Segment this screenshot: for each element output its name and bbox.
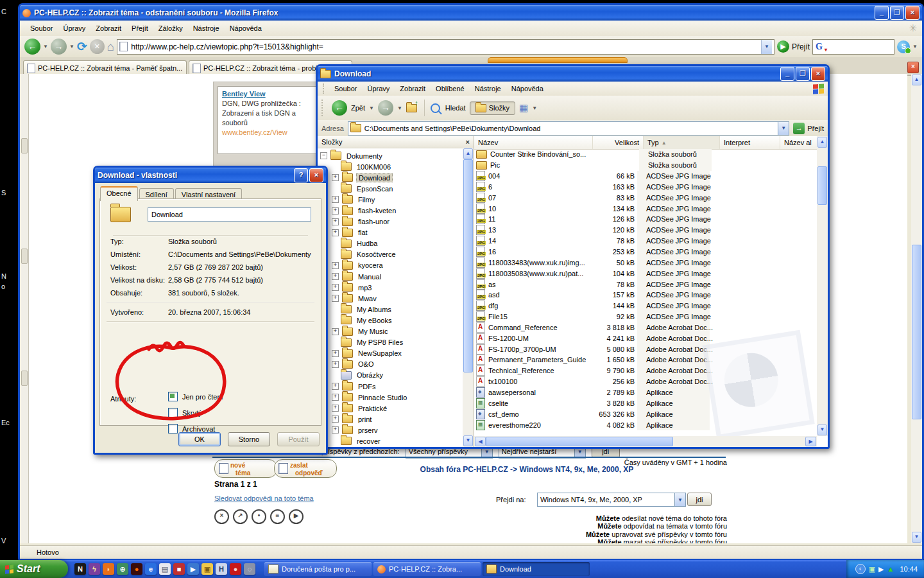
home-button[interactable]: ⌂ (107, 40, 114, 54)
tree-item[interactable]: +print (318, 414, 463, 425)
go-button[interactable]: ▶ Přejít (777, 40, 810, 53)
scroll-down-icon[interactable]: ▼ (817, 425, 827, 435)
checkbox[interactable] (168, 408, 178, 417)
scroll-down-icon[interactable]: ▼ (463, 435, 473, 446)
quicklaunch-globe-icon[interactable]: ⊕ (117, 563, 128, 575)
address-field[interactable]: C:\Documents and Settings\PeBe\Dokumenty… (348, 121, 789, 136)
expand-icon[interactable]: + (332, 426, 339, 434)
scroll-up-icon[interactable]: ▲ (463, 148, 473, 159)
tree-item[interactable]: −Dokumenty (318, 150, 463, 161)
scroll-thumb[interactable] (463, 159, 473, 372)
google-icon[interactable]: G (816, 42, 823, 52)
stop-button[interactable]: ✕ (90, 39, 105, 54)
toolbar-dropdown-icon[interactable]: ▼ (912, 44, 918, 49)
quicklaunch-messenger-icon[interactable]: ◌ (244, 563, 255, 575)
tree-item[interactable]: +kyocera (318, 260, 463, 271)
tree-item[interactable]: recover (318, 435, 463, 446)
expand-icon[interactable]: + (332, 383, 339, 390)
tree-item[interactable]: My eBooks (318, 315, 463, 326)
file-row[interactable]: 1180033483(www.xuk.ru)img...50 kBACDSee … (474, 257, 817, 268)
menu-item[interactable]: Záložky (153, 23, 188, 33)
expand-icon[interactable]: + (332, 262, 339, 269)
tree-item[interactable]: My PSP8 Files (318, 337, 463, 348)
explorer-titlebar[interactable]: Download _ ❐ × (318, 66, 828, 82)
menu-item[interactable]: Úpravy (58, 23, 90, 33)
menu-item[interactable]: Úpravy (362, 83, 395, 94)
file-row[interactable]: PicSložka souborů (474, 160, 817, 171)
menu-item[interactable]: Nápověda (225, 23, 267, 33)
help-button[interactable]: ? (294, 168, 308, 182)
file-row[interactable]: 6163 kBACDSee JPG Image (474, 182, 817, 193)
quicklaunch-winamp-icon[interactable]: ϟ (89, 563, 100, 575)
tree-item[interactable]: +prserv (318, 425, 463, 435)
firefox-titlebar[interactable]: PC-HELP.CZ :: Zobrazit téma - odstranění… (20, 5, 922, 21)
ok-button[interactable]: OK (178, 432, 221, 446)
tree-item[interactable]: EpsonScan (318, 183, 463, 194)
expand-icon[interactable]: + (332, 350, 339, 357)
taskbar-task[interactable]: Doručená pošta pro p... (264, 562, 372, 576)
post-attach-icon[interactable]: ≡ (270, 509, 285, 524)
expand-icon[interactable]: + (332, 196, 339, 203)
expand-icon[interactable]: + (332, 416, 339, 423)
menu-item[interactable]: Oblíbené (431, 83, 470, 94)
menu-item[interactable]: Nástroje (188, 23, 225, 33)
taskbar-task[interactable]: PC-HELP.CZ :: Zobra... (373, 562, 481, 576)
close-panel-icon[interactable]: × (466, 138, 470, 146)
file-row[interactable]: 0783 kBACDSee JPG Image (474, 192, 817, 203)
scroll-up-icon[interactable]: ▲ (912, 74, 921, 85)
checkbox[interactable] (168, 424, 178, 434)
menu-item[interactable]: Zobrazit (90, 23, 126, 33)
reload-button[interactable]: ⟳ (77, 39, 87, 54)
dialog-titlebar[interactable]: Download - vlastnosti ? × (95, 168, 326, 183)
jump-go-button[interactable]: jdi (687, 493, 712, 506)
forum-breadcrumb[interactable]: Obsah fóra PC-HELP.CZ -> Windows NT4, 9x… (315, 465, 739, 474)
scroll-thumb[interactable] (817, 166, 827, 205)
quicklaunch-app-n-icon[interactable]: N (74, 563, 86, 575)
forward-button[interactable]: → (378, 100, 393, 116)
expand-icon[interactable]: + (332, 394, 339, 401)
tray-green-app-icon[interactable]: ▣ (869, 565, 875, 574)
tree-item[interactable]: +Pinnacle Studio (318, 392, 463, 403)
back-button[interactable]: ← (24, 39, 40, 55)
back-button[interactable]: ← (332, 100, 347, 116)
column-header[interactable]: Interpret (720, 136, 780, 149)
file-row[interactable]: dfg144 kBACDSee JPG Image (474, 301, 817, 311)
tree-scrollbar[interactable]: ▲ ▼ (463, 148, 474, 447)
menu-item[interactable]: Nápověda (506, 83, 549, 94)
views-icon[interactable]: ▦ (519, 102, 528, 114)
quicklaunch-document-icon[interactable]: ▤ (159, 563, 171, 575)
url-dropdown-icon[interactable]: ▼ (761, 40, 772, 54)
quicklaunch-internet-explorer-icon[interactable]: e (145, 563, 157, 575)
forward-button[interactable]: → (51, 39, 67, 55)
file-row[interactable]: 1180035083(www.xuk.ru)pat...104 kBACDSee… (474, 268, 817, 279)
skype-icon[interactable]: S (897, 40, 910, 53)
start-button[interactable]: Start (0, 560, 68, 578)
sidebar-splitter[interactable] (20, 74, 29, 543)
folders-button[interactable]: Složky (470, 101, 515, 115)
tree-item[interactable]: +flat (318, 227, 463, 238)
horizontal-scrollbar[interactable]: ◀ ▶ (474, 436, 817, 447)
minimize-button[interactable]: _ (780, 67, 794, 81)
file-row[interactable]: 10134 kBACDSee JPG Image (474, 203, 817, 214)
file-row[interactable]: 00466 kBACDSee JPG Image (474, 171, 817, 182)
tree-item[interactable]: +PDFs (318, 381, 463, 392)
expand-icon[interactable]: + (332, 361, 339, 368)
scroll-up-icon[interactable]: ▲ (817, 137, 827, 148)
tree-item[interactable]: +Praktické (318, 403, 463, 414)
tray-alert-icon[interactable]: ▲ (887, 565, 894, 573)
quicklaunch-office-h-icon[interactable]: H (216, 563, 227, 575)
taskbar-task[interactable]: Download (483, 562, 590, 576)
tree-item[interactable]: +Download (318, 172, 463, 183)
expand-icon[interactable]: + (332, 218, 339, 225)
tree-item[interactable]: Obrázky (318, 370, 463, 381)
tree-item[interactable]: +mp3 (318, 282, 463, 293)
quicklaunch-media-player-icon[interactable]: ▶ (187, 563, 199, 575)
jump-select[interactable]: Windows NT4, 9x, Me, 2000, XP▼ (537, 493, 686, 507)
cancel-button[interactable]: Storno (228, 432, 270, 446)
new-topic-button[interactable]: nové téma (214, 459, 277, 478)
collapse-icon[interactable]: − (320, 152, 327, 159)
tree-item[interactable]: +flash-kveten (318, 205, 463, 216)
post-delete-icon[interactable]: × (214, 509, 229, 524)
list-scrollbar[interactable]: ▲ ▼ (817, 136, 828, 436)
tree-item[interactable]: +flash-unor (318, 216, 463, 227)
